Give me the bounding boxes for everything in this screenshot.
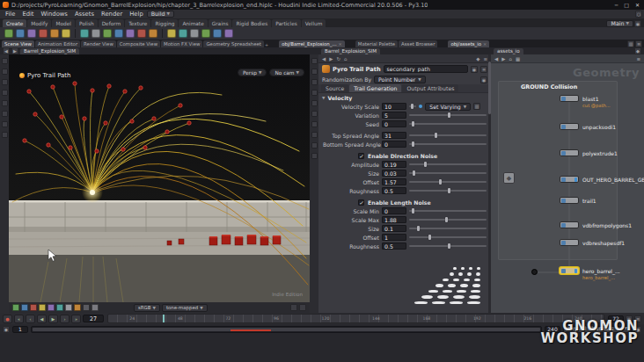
menu-render[interactable]: Render [98, 11, 126, 18]
home-icon[interactable]: ⌂ [344, 56, 348, 62]
autokey-icon[interactable]: ● [634, 326, 641, 333]
next-key-button[interactable]: › [60, 315, 70, 323]
menu-help[interactable]: Help [126, 11, 147, 18]
close-icon[interactable]: × [483, 41, 487, 47]
path-tab-middle[interactable]: Barrel_Explosion_SIM [321, 48, 380, 54]
node-body[interactable] [560, 176, 579, 183]
back-icon[interactable]: ◀ [322, 56, 326, 62]
home-view-icon[interactable] [311, 69, 318, 75]
shelf-tab-rigid-bodies[interactable]: Rigid Bodies [232, 19, 271, 27]
param-slider[interactable] [409, 161, 487, 168]
pose-tool-icon[interactable] [2, 100, 8, 106]
lock-icon[interactable]: ◉ [471, 66, 478, 73]
shelf-tab-modify[interactable]: Modify [27, 19, 51, 27]
shelf-tool-icon[interactable] [126, 29, 135, 38]
take-selector[interactable]: Main▼ [606, 20, 633, 27]
search-icon[interactable]: ○ [635, 11, 642, 18]
param-value-field[interactable]: 0.5 [382, 243, 406, 250]
node-vdbreshapesdf1[interactable]: vdbreshapesdf1 [560, 239, 625, 246]
ruler-tool-icon[interactable] [311, 142, 318, 148]
shelf-tab-animate[interactable]: Animate [179, 19, 207, 27]
length-noise-checkbox[interactable]: ✓ [358, 199, 364, 206]
shelf-tool-icon[interactable] [62, 29, 70, 38]
param-value-field[interactable]: 31 [382, 132, 406, 139]
shelf-tool-icon[interactable] [224, 29, 233, 38]
jump-end-button[interactable]: » [71, 315, 81, 323]
playback-speed-field[interactable]: 72 [608, 315, 624, 322]
param-value-field[interactable]: 1.88 [382, 216, 406, 223]
direction-noise-checkbox[interactable]: ✓ [358, 153, 364, 159]
timeline-ruler[interactable]: 24 48 72 96 120 144 168 192 216 240 [107, 314, 604, 323]
pin-icon[interactable]: ◆ [634, 47, 641, 54]
render-region-icon[interactable] [311, 121, 318, 127]
desktop-selector[interactable]: Build▼ [147, 11, 174, 18]
shelf-tab-create[interactable]: Create [3, 19, 26, 27]
current-frame-marker[interactable] [163, 315, 165, 322]
pane-split-icon[interactable]: ▥ [627, 40, 634, 47]
snap-options-icon[interactable] [311, 153, 318, 159]
shelf-tab-deform[interactable]: Deform [99, 19, 125, 27]
ramp-icon[interactable]: ▥ [473, 103, 480, 110]
param-value-field[interactable]: 1 [382, 234, 406, 241]
menu-windows[interactable]: Windows [38, 11, 71, 18]
node-body[interactable] [560, 267, 579, 274]
jump-start-button[interactable]: « [14, 315, 24, 323]
tone-map-select[interactable]: tone-mapped▼ [162, 304, 208, 312]
pane-tab-render-view[interactable]: Render View [81, 40, 116, 47]
pane-tab-scene-view[interactable]: Scene View [2, 40, 34, 47]
pane-menu-icon[interactable]: ≡ [635, 40, 642, 47]
current-frame-field[interactable]: 27 [83, 315, 104, 322]
node-polyextrude1[interactable]: polyextrude1 [560, 149, 618, 156]
param-slider[interactable] [409, 225, 487, 232]
pin-icon[interactable]: ◆ [476, 56, 479, 62]
realtime-toggle-icon[interactable]: ◉ [626, 315, 633, 322]
param-value-field[interactable]: 0.5 [382, 187, 406, 194]
pane-tab-asset-browser[interactable]: Asset Browser [399, 40, 437, 47]
viewport-3d[interactable]: Pyro Trail Path Persp▼ No cam▼ Indie Edi… [9, 54, 310, 302]
node-body[interactable] [560, 197, 579, 204]
shelf-tool-icon[interactable] [179, 29, 187, 38]
node-vdbfrompolygons1[interactable]: vdbfrompolygons1 [560, 221, 632, 228]
move-tool-icon[interactable] [2, 69, 8, 75]
menu-edit[interactable]: Edit [18, 11, 37, 18]
wireframe-icon[interactable] [21, 304, 28, 311]
shelf-tool-icon[interactable] [114, 29, 123, 38]
range-slider[interactable] [31, 326, 542, 333]
shelf-tool-icon[interactable] [27, 29, 36, 38]
camera-view-icon[interactable] [311, 90, 318, 96]
scale-tool-icon[interactable] [2, 90, 8, 96]
view-tool-icon[interactable] [311, 58, 318, 64]
shelf-tool-icon[interactable] [91, 29, 100, 38]
close-icon[interactable]: ✕ [635, 2, 640, 8]
forward-icon[interactable]: ▶ [501, 56, 505, 62]
display-grid-icon[interactable] [56, 304, 63, 311]
pane-tab-geometry-spreadsheet[interactable]: Geometry Spreadsheet [203, 40, 264, 47]
snapshot-icon[interactable] [74, 304, 81, 311]
prev-key-button[interactable]: ‹ [26, 315, 35, 323]
color-space-select[interactable]: sRGB▼ [134, 304, 160, 312]
snap-icon[interactable]: ▦ [516, 56, 520, 62]
randomization-select[interactable]: Point Number▼ [374, 76, 426, 83]
gear-icon[interactable]: ◉ [480, 76, 487, 83]
shelf-tool-icon[interactable] [50, 29, 59, 38]
shelf-tool-icon[interactable] [4, 29, 13, 38]
display-flag-icon[interactable] [311, 132, 318, 138]
menu-icon[interactable]: ≡ [636, 56, 640, 62]
home-icon[interactable]: ⌂ [509, 56, 512, 62]
network-editor-pane[interactable]: ◀ ▶ ⌂ ▦ ≡ Geometry GROUND Collision blas… [491, 54, 644, 313]
pane-tab-motion-fx-view[interactable]: Motion FX View [161, 40, 202, 47]
tab-trail-generation[interactable]: Trail Generation [349, 84, 401, 92]
shading-mode-icon[interactable] [12, 304, 19, 311]
pane-tab-assets-io[interactable]: obj/assets_io× [448, 40, 489, 47]
param-slider[interactable] [409, 178, 487, 185]
node-name-field[interactable]: secondary_path [384, 65, 468, 73]
param-value-field[interactable]: 0.1 [382, 225, 406, 232]
shelf-tool-icon[interactable] [16, 29, 25, 38]
param-slider[interactable] [409, 187, 487, 194]
shelf-tool-icon[interactable] [213, 29, 222, 38]
display-points-icon[interactable] [39, 304, 46, 311]
back-icon[interactable]: ◀ [3, 47, 10, 54]
display-axis-icon[interactable] [65, 304, 72, 311]
shelf-tab-rigging[interactable]: Rigging [151, 19, 178, 27]
keying-tool-icon[interactable] [2, 132, 8, 138]
